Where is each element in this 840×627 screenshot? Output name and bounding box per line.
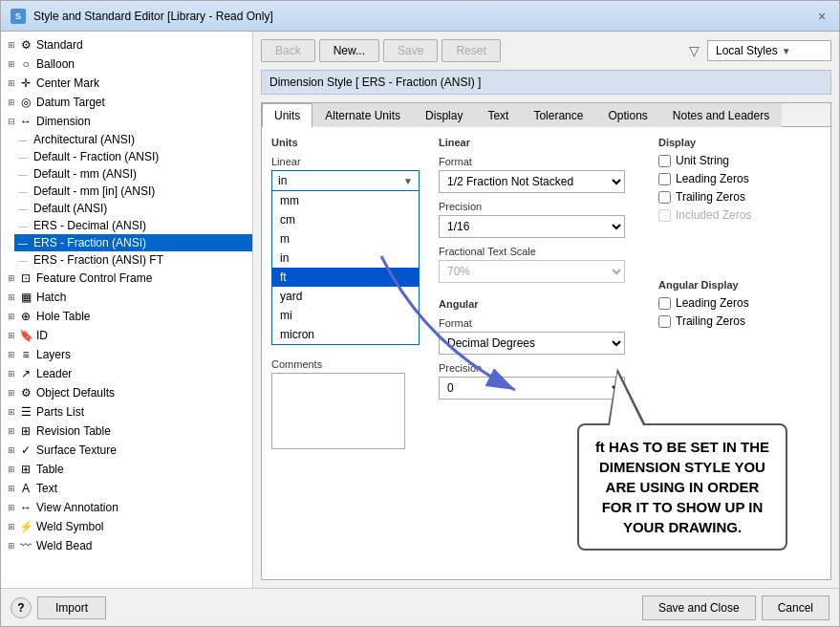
- tree-item-weld-bead[interactable]: ⊞ 〰 Weld Bead: [1, 536, 252, 555]
- tab-notes[interactable]: Notes and Leaders: [660, 103, 782, 127]
- new-button[interactable]: New...: [319, 39, 379, 62]
- trailing-zeros-checkbox[interactable]: [658, 191, 671, 204]
- tab-display[interactable]: Display: [413, 103, 475, 127]
- tree-item-table[interactable]: ⊞ ⊞ Table: [1, 460, 252, 479]
- close-button[interactable]: ×: [814, 9, 829, 24]
- tab-alternate-units[interactable]: Alternate Units: [312, 103, 413, 127]
- expander-dimension[interactable]: ⊟: [5, 115, 18, 128]
- expander-layers[interactable]: ⊞: [5, 348, 18, 361]
- tab-units[interactable]: Units: [262, 103, 312, 127]
- units-grouped-section: Units Linear in ▼ mm: [271, 137, 821, 452]
- tree-item-revision-table[interactable]: ⊞ ⊞ Revision Table: [1, 422, 252, 441]
- import-button[interactable]: Import: [37, 596, 106, 619]
- expander-revision-table[interactable]: ⊞: [5, 424, 18, 438]
- tab-text[interactable]: Text: [475, 103, 521, 127]
- unit-string-checkbox[interactable]: [658, 155, 671, 167]
- leading-zeros-checkbox[interactable]: [658, 173, 671, 185]
- hatch-icon: ▦: [18, 290, 33, 305]
- tree-item-fcf[interactable]: ⊞ ⊡ Feature Control Frame: [1, 269, 252, 288]
- bottom-bar: ? Import Save and Close Cancel: [1, 588, 839, 626]
- expander-datum-target[interactable]: ⊞: [5, 96, 18, 109]
- expander-weld-bead[interactable]: ⊞: [5, 539, 18, 552]
- precision-dropdown[interactable]: 1/16: [439, 215, 625, 238]
- angular-trailing-zeros-checkbox[interactable]: [658, 315, 671, 328]
- tree-item-layers[interactable]: ⊞ ≡ Layers: [1, 345, 252, 364]
- tree-item-id[interactable]: ⊞ 🔖 ID: [1, 326, 252, 345]
- reset-button[interactable]: Reset: [442, 39, 500, 62]
- expander-hole-table[interactable]: ⊞: [5, 310, 18, 323]
- tree-item-leader[interactable]: ⊞ ↗ Leader: [1, 364, 252, 383]
- unit-dropdown[interactable]: in ▼: [271, 170, 420, 190]
- comments-textarea[interactable]: [271, 373, 405, 449]
- expander-center-mark[interactable]: ⊞: [5, 76, 18, 90]
- tree-item-ers-decimal[interactable]: — ERS - Decimal (ANSI): [14, 217, 252, 234]
- bottom-left: ? Import: [11, 596, 106, 619]
- unit-option-mm[interactable]: mm: [272, 191, 419, 210]
- style-dropdown[interactable]: Local Styles ▼: [707, 40, 831, 61]
- tree-item-view-annotation[interactable]: ⊞ ↔ View Annotation: [1, 498, 252, 517]
- tree-label-text: Text: [36, 482, 57, 495]
- tree-item-object-defaults[interactable]: ⊞ ⚙ Object Defaults: [1, 383, 252, 402]
- tree-item-hatch[interactable]: ⊞ ▦ Hatch: [1, 288, 252, 307]
- expander-hatch[interactable]: ⊞: [5, 291, 18, 304]
- tree-item-standard[interactable]: ⊞ ⚙ Standard: [1, 35, 252, 54]
- surface-texture-icon: ✓: [18, 443, 33, 458]
- angular-format-dropdown[interactable]: Decimal Degrees: [439, 332, 625, 355]
- expander-weld-symbol[interactable]: ⊞: [5, 520, 18, 533]
- tree-item-parts-list[interactable]: ⊞ ☰ Parts List: [1, 402, 252, 422]
- tree-item-weld-symbol[interactable]: ⊞ ⚡ Weld Symbol: [1, 517, 252, 536]
- expander-surface-texture[interactable]: ⊞: [5, 443, 18, 457]
- cancel-button[interactable]: Cancel: [762, 595, 829, 620]
- tree-item-arch-ansi[interactable]: — Architectural (ANSI): [14, 131, 252, 148]
- included-zeros-label: Included Zeros: [676, 208, 751, 222]
- expander-balloon[interactable]: ⊞: [5, 57, 18, 71]
- tree-item-text[interactable]: ⊞ A Text: [1, 479, 252, 498]
- angular-display-section: Angular Display Leading Zeros Trailing Z…: [658, 279, 821, 328]
- tree-item-default-ansi[interactable]: — Default (ANSI): [14, 200, 252, 217]
- unit-option-mi[interactable]: mi: [272, 306, 419, 325]
- left-panel: ⊞ ⚙ Standard ⊞ ○ Balloon ⊞ ✛ Center Mark…: [1, 32, 253, 588]
- expander-parts-list[interactable]: ⊞: [5, 405, 18, 419]
- fractional-text-scale-dropdown[interactable]: 70%: [439, 260, 625, 283]
- unit-option-cm[interactable]: cm: [272, 210, 419, 229]
- tree-item-ers-fraction[interactable]: — ERS - Fraction (ANSI): [14, 234, 252, 251]
- expander-table[interactable]: ⊞: [5, 463, 18, 476]
- unit-option-yard[interactable]: yard: [272, 287, 419, 306]
- expander-standard[interactable]: ⊞: [5, 38, 18, 52]
- unit-option-in[interactable]: in: [272, 249, 419, 268]
- help-button[interactable]: ?: [11, 597, 32, 618]
- angular-precision-dropdown[interactable]: 0: [439, 377, 625, 400]
- tree-item-hole-table[interactable]: ⊞ ⊕ Hole Table: [1, 307, 252, 326]
- back-button[interactable]: Back: [261, 39, 315, 62]
- expander-text[interactable]: ⊞: [5, 482, 18, 495]
- expander-fcf[interactable]: ⊞: [5, 271, 18, 285]
- angular-leading-zeros-checkbox[interactable]: [658, 297, 671, 310]
- tree-item-default-mm[interactable]: — Default - mm (ANSI): [14, 165, 252, 183]
- tree-item-dimension[interactable]: ⊟ ↔ Dimension: [1, 112, 252, 131]
- tree-item-default-mm-in[interactable]: — Default - mm [in] (ANSI): [14, 183, 252, 200]
- unit-option-ft[interactable]: ft: [272, 268, 419, 287]
- format-dropdown[interactable]: 1/2 Fraction Not Stacked: [439, 170, 625, 193]
- save-close-button[interactable]: Save and Close: [642, 595, 756, 620]
- tree-item-ers-fraction-ft[interactable]: — ERS - Fraction (ANSI) FT: [14, 251, 252, 269]
- tree-item-center-mark[interactable]: ⊞ ✛ Center Mark: [1, 74, 252, 93]
- tree-item-default-fraction[interactable]: — Default - Fraction (ANSI): [14, 148, 252, 165]
- display-col3-label: Display: [658, 137, 821, 148]
- tree-item-surface-texture[interactable]: ⊞ ✓ Surface Texture: [1, 441, 252, 460]
- unit-option-m[interactable]: m: [272, 229, 419, 249]
- parts-list-icon: ☰: [18, 404, 33, 420]
- expander-view-annotation[interactable]: ⊞: [5, 501, 18, 514]
- main-window: S Style and Standard Editor [Library - R…: [0, 0, 840, 627]
- tree-label-default-mm-in: Default - mm [in] (ANSI): [33, 184, 155, 198]
- expander-object-defaults[interactable]: ⊞: [5, 386, 18, 400]
- tree-item-datum-target[interactable]: ⊞ ◎ Datum Target: [1, 93, 252, 112]
- tab-options[interactable]: Options: [595, 103, 659, 127]
- tree-dash-7: —: [18, 238, 32, 249]
- expander-leader[interactable]: ⊞: [5, 367, 18, 380]
- tree-item-balloon[interactable]: ⊞ ○ Balloon: [1, 54, 252, 74]
- expander-id[interactable]: ⊞: [5, 329, 18, 342]
- tab-tolerance[interactable]: Tolerance: [521, 103, 595, 127]
- save-button[interactable]: Save: [383, 39, 438, 62]
- included-zeros-checkbox[interactable]: [658, 209, 671, 222]
- unit-option-micron[interactable]: micron: [272, 325, 419, 344]
